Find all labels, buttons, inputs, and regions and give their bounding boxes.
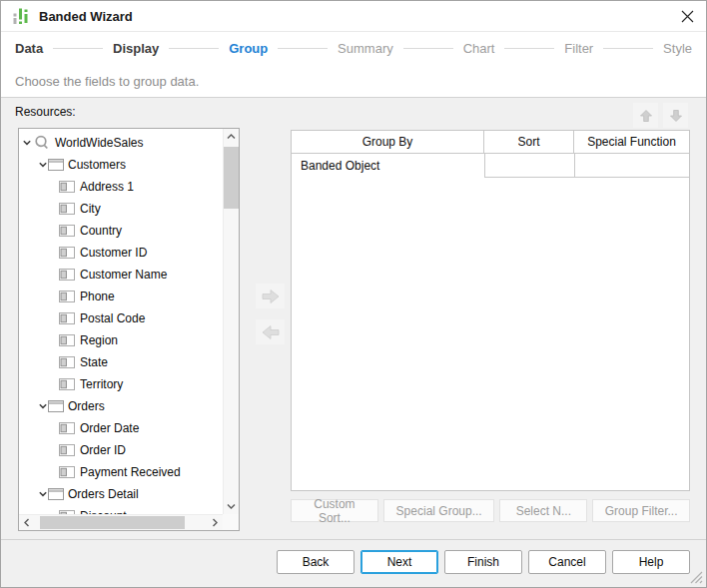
step-connector-line: [169, 48, 219, 49]
tree-item-label: WorldWideSales: [55, 136, 143, 150]
wizard-step-display[interactable]: Display: [113, 41, 159, 56]
green-bars-chart-icon: [12, 7, 30, 25]
tree-item-label: Territory: [80, 377, 123, 391]
tree-item-label: Postal Code: [80, 311, 145, 325]
wizard-step-chart[interactable]: Chart: [463, 41, 495, 56]
scroll-up-icon[interactable]: [224, 129, 239, 145]
column-header-sort: Sort: [484, 131, 574, 154]
tree-item-country[interactable]: Country: [19, 220, 223, 242]
tree-item-postal-code[interactable]: Postal Code: [19, 307, 223, 329]
add-field-button[interactable]: [256, 284, 285, 308]
tree-horizontal-scrollbar[interactable]: [19, 514, 223, 530]
field-icon: [59, 356, 75, 368]
tree-item-city[interactable]: City: [19, 198, 223, 220]
tree-vertical-scrollbar[interactable]: [223, 129, 239, 514]
scroll-down-icon[interactable]: [224, 498, 239, 514]
remove-field-button[interactable]: [256, 319, 285, 344]
column-header-group-by: Group By: [292, 131, 484, 154]
cancel-button[interactable]: Cancel: [528, 550, 606, 574]
title-bar: Banded Wizard: [1, 1, 706, 32]
tree-item-phone[interactable]: Phone: [19, 286, 223, 307]
back-button[interactable]: Back: [277, 550, 354, 574]
bottom-button-bar: BackNextFinishCancelHelp: [1, 539, 706, 587]
tree-item-region[interactable]: Region: [19, 329, 223, 351]
tree-item-customers[interactable]: Customers: [19, 154, 223, 176]
scrollbar-corner: [223, 514, 239, 530]
tree-item-discount[interactable]: Discount: [19, 505, 223, 514]
banded-wizard-dialog: Banded Wizard DataDisplayGroupSummaryCha…: [0, 0, 707, 588]
wizard-step-filter[interactable]: Filter: [564, 41, 593, 56]
group-by-table: Group BySortSpecial Function Banded Obje…: [291, 130, 690, 491]
group-table-body: Banded Object: [292, 154, 689, 178]
tree-item-label: Customer ID: [80, 246, 147, 260]
step-connector-line: [603, 48, 653, 49]
tree-item-order-date[interactable]: Order Date: [19, 417, 223, 439]
wizard-step-style[interactable]: Style: [663, 41, 692, 56]
wizard-step-data[interactable]: Data: [15, 41, 43, 56]
tree-item-orders[interactable]: Orders: [19, 395, 223, 417]
down-arrow-icon: [668, 108, 684, 124]
move-up-button[interactable]: [633, 103, 658, 128]
resize-grip[interactable]: [690, 571, 703, 584]
custom-sort-button[interactable]: Custom Sort...: [291, 499, 378, 522]
field-icon: [59, 444, 75, 456]
chevron-down-icon[interactable]: [38, 401, 48, 411]
tree-item-address-1[interactable]: Address 1: [19, 176, 223, 198]
tree-item-label: State: [80, 355, 108, 369]
tree-item-label: Orders Detail: [68, 487, 139, 501]
table-icon: [48, 159, 64, 172]
field-icon: [59, 334, 75, 346]
step-connector-line: [53, 48, 103, 49]
tree-item-orders-detail[interactable]: Orders Detail: [19, 483, 223, 505]
chevron-down-icon[interactable]: [38, 489, 48, 499]
wizard-step-nav: DataDisplayGroupSummaryChartFilterStyle: [1, 32, 706, 65]
tree-item-payment-received[interactable]: Payment Received: [19, 461, 223, 483]
wizard-step-group[interactable]: Group: [229, 41, 268, 56]
tree-item-customer-name[interactable]: Customer Name: [19, 264, 223, 286]
field-icon: [59, 225, 75, 237]
tree-item-customer-id[interactable]: Customer ID: [19, 242, 223, 264]
select-n-button[interactable]: Select N...: [499, 499, 587, 522]
special-group-button[interactable]: Special Group...: [383, 499, 495, 522]
tree-vscroll-thumb[interactable]: [224, 147, 239, 209]
move-down-button[interactable]: [663, 103, 688, 128]
left-arrow-icon: [261, 324, 281, 340]
field-icon: [59, 378, 75, 390]
tree-item-state[interactable]: State: [19, 351, 223, 373]
resources-label: Resources:: [15, 105, 76, 119]
field-icon: [59, 269, 75, 281]
group-by-cell[interactable]: Banded Object: [292, 154, 484, 178]
field-icon: [59, 247, 75, 259]
sort-cell[interactable]: [484, 154, 574, 178]
step-connector-line: [403, 48, 453, 49]
field-icon: [59, 181, 75, 193]
chevron-down-icon[interactable]: [38, 160, 48, 170]
next-button[interactable]: Next: [360, 550, 438, 574]
step-connector-line: [278, 48, 328, 49]
close-icon[interactable]: [676, 5, 698, 27]
finish-button[interactable]: Finish: [444, 550, 522, 574]
tree-item-label: Address 1: [80, 180, 134, 194]
tree-item-territory[interactable]: Territory: [19, 373, 223, 395]
tree-item-label: Order ID: [80, 443, 126, 457]
group-table-row: Banded Object: [292, 154, 689, 178]
scroll-right-icon[interactable]: [207, 515, 223, 530]
wizard-step-summary[interactable]: Summary: [338, 41, 393, 56]
wizard-subtitle: Choose the fields to group data.: [1, 65, 706, 98]
field-icon: [59, 466, 75, 478]
right-arrow-icon: [261, 289, 281, 304]
group-filter-button[interactable]: Group Filter...: [592, 499, 690, 522]
chevron-down-icon[interactable]: [22, 138, 32, 148]
special-function-cell[interactable]: [574, 154, 689, 178]
field-icon: [59, 422, 75, 434]
tree-item-order-id[interactable]: Order ID: [19, 439, 223, 461]
tree-item-label: Customer Name: [80, 268, 167, 282]
step-connector-line: [504, 48, 554, 49]
tree-item-worldwidesales[interactable]: WorldWideSales: [19, 132, 223, 154]
query-icon: [34, 136, 49, 151]
scroll-left-icon[interactable]: [19, 515, 35, 530]
group-table-header: Group BySortSpecial Function: [292, 131, 689, 154]
help-button[interactable]: Help: [612, 550, 690, 574]
tree-hscroll-thumb[interactable]: [40, 516, 185, 529]
tree-item-label: Orders: [68, 399, 105, 413]
